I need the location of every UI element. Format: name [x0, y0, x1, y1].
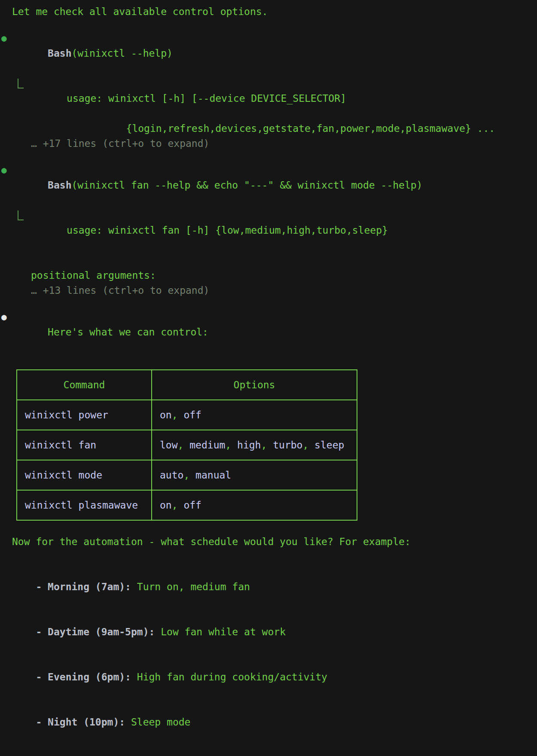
- schedule-item-daytime: - Daytime (9am-5pm): Low fan while at wo…: [0, 610, 537, 655]
- assistant-message: ●Here's what we can control:: [0, 310, 537, 355]
- spacer: [0, 549, 537, 564]
- command-cell: winixctl power: [17, 400, 152, 430]
- table-row-plasmawave: winixctl plasmawave on, off: [17, 490, 357, 520]
- assistant-bullet-icon: ●: [1, 310, 7, 325]
- tool-call-fan-mode-help: ●Bash(winixctl fan --help && echo "---" …: [0, 163, 537, 298]
- assistant-message-block: ●Here's what we can control:: [0, 310, 537, 355]
- tool-output-line: usage: winixctl fan [-h] {low,medium,hig…: [0, 208, 537, 253]
- table-header-options: Options: [152, 370, 357, 400]
- output-connector-icon: [18, 79, 24, 88]
- tool-call-help: ●Bash(winixctl --help) usage: winixctl […: [0, 31, 537, 151]
- tool-header: ●Bash(winixctl --help): [0, 31, 537, 76]
- table-header-command: Command: [17, 370, 152, 400]
- tool-output-line: usage: winixctl [-h] [--device DEVICE_SE…: [0, 76, 537, 121]
- tool-name: Bash: [48, 48, 71, 59]
- tool-header: ●Bash(winixctl fan --help && echo "---" …: [0, 163, 537, 208]
- table-row-mode: winixctl mode auto, manual: [17, 460, 357, 490]
- command-cell: winixctl fan: [17, 430, 152, 460]
- tool-name: Bash: [48, 180, 71, 191]
- tool-command: (winixctl --help): [71, 48, 172, 59]
- schedule-item-night: - Night (10pm): Sleep mode: [0, 700, 537, 745]
- output-connector-icon: [18, 210, 24, 220]
- tool-output-line: positional arguments:: [0, 268, 537, 283]
- assistant-intro-message: Let me check all available control optio…: [0, 4, 537, 19]
- schedule-item-morning: - Morning (7am): Turn on, medium fan: [0, 564, 537, 610]
- table-header-row: Command Options: [17, 370, 357, 400]
- schedule-item-late-night: - Late night (12am): Turn off: [0, 745, 537, 756]
- table-row-power: winixctl power on, off: [17, 400, 357, 430]
- options-cell: auto, manual: [152, 460, 357, 490]
- tool-output-line: {login,refresh,devices,getstate,fan,powe…: [0, 121, 537, 136]
- command-cell: winixctl plasmawave: [17, 490, 152, 520]
- expand-output-hint[interactable]: … +13 lines (ctrl+o to expand): [0, 283, 537, 298]
- tool-bullet-icon: ●: [1, 163, 7, 178]
- options-cell: low, medium, high, turbo, sleep: [152, 430, 357, 460]
- expand-output-hint[interactable]: … +17 lines (ctrl+o to expand): [0, 136, 537, 151]
- tool-output-blank-line: [0, 253, 537, 268]
- table-row-fan: winixctl fan low, medium, high, turbo, s…: [17, 430, 357, 460]
- command-cell: winixctl mode: [17, 460, 152, 490]
- options-cell: on, off: [152, 400, 357, 430]
- assistant-automation-question: Now for the automation - what schedule w…: [0, 534, 537, 549]
- tool-bullet-icon: ●: [1, 31, 7, 46]
- schedule-item-evening: - Evening (6pm): High fan during cooking…: [0, 655, 537, 700]
- options-cell: on, off: [152, 490, 357, 520]
- control-options-table: Command Options winixctl power on, off w…: [16, 369, 357, 521]
- terminal[interactable]: Let me check all available control optio…: [0, 0, 537, 756]
- tool-command: (winixctl fan --help && echo "---" && wi…: [71, 180, 422, 191]
